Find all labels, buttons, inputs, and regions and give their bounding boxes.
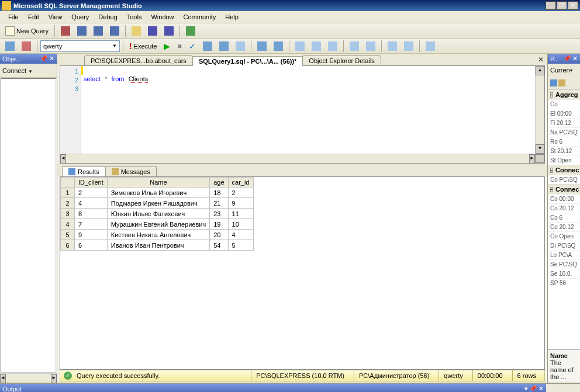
property-row[interactable]: Na PC\SQ	[548, 127, 580, 137]
menu-tools[interactable]: Tools	[122, 12, 147, 22]
pin-icon[interactable]: 📌	[40, 55, 48, 63]
activity-monitor-button[interactable]	[183, 25, 198, 37]
cell[interactable]: 20	[210, 230, 228, 240]
cell[interactable]: 19	[210, 219, 228, 230]
include-stats-button[interactable]	[271, 40, 286, 53]
menu-edit[interactable]: Edit	[23, 12, 44, 22]
property-row[interactable]: El 00:00	[548, 109, 580, 118]
menu-file[interactable]: File	[4, 12, 23, 22]
cell[interactable]: Юнкин Ильяс Фатихович	[107, 209, 209, 219]
column-header[interactable]: Name	[107, 178, 209, 188]
document-tab[interactable]: SQLQuery1.sql - PC\...\А... (56))*	[192, 56, 303, 66]
table-row[interactable]: 24Подмарев Иркен Ришадович219	[61, 198, 254, 209]
cell[interactable]: 9	[75, 230, 108, 240]
property-row[interactable]: Co 00:00	[548, 194, 580, 203]
cell[interactable]: 54	[210, 240, 228, 251]
new-query-button[interactable]: New Query	[2, 25, 51, 37]
row-header[interactable]: 5	[61, 230, 75, 240]
property-row[interactable]: Co	[548, 99, 580, 109]
cell[interactable]: Мурашкин Евгений Валериевич	[107, 219, 209, 230]
stop-button[interactable]: ■	[174, 40, 184, 53]
menu-query[interactable]: Query	[67, 12, 94, 22]
cell[interactable]: Кистяев Никита Ангелович	[107, 230, 209, 240]
outdent-button[interactable]	[401, 40, 416, 53]
intellisense-button[interactable]	[233, 40, 248, 53]
save-button[interactable]	[145, 25, 160, 37]
table-row[interactable]: 66Иванов Иван Пентрович545	[61, 240, 254, 251]
menu-help[interactable]: Help	[220, 12, 243, 22]
row-header[interactable]: 6	[61, 240, 75, 251]
properties-object-selector[interactable]: Curren▾	[548, 64, 580, 77]
results-file-button[interactable]	[325, 40, 340, 53]
categorized-icon[interactable]	[550, 79, 557, 86]
menu-community[interactable]: Community	[179, 12, 221, 22]
uncomment-button[interactable]	[363, 40, 378, 53]
property-row[interactable]: Co 6	[548, 213, 580, 222]
cell[interactable]: 5	[228, 240, 253, 251]
row-header[interactable]: 4	[61, 219, 75, 230]
results-text-button[interactable]	[292, 40, 308, 53]
property-row[interactable]: Co 20.12	[548, 222, 580, 231]
close-panel-icon[interactable]: ✕	[572, 55, 578, 63]
cell[interactable]: Иванов Иван Пентрович	[107, 240, 209, 251]
indent-button[interactable]	[385, 40, 400, 53]
cell[interactable]: 9	[228, 198, 253, 209]
property-group[interactable]: -Connec	[548, 184, 580, 194]
cell[interactable]: 7	[75, 219, 108, 230]
tab-close-button[interactable]: ✕	[538, 55, 544, 64]
cell[interactable]: 6	[75, 240, 108, 251]
table-row[interactable]: 38Юнкин Ильяс Фатихович2311	[61, 209, 254, 219]
menu-window[interactable]: Window	[146, 12, 178, 22]
results-tab[interactable]: Results	[62, 166, 106, 176]
connect-button[interactable]: Connect ▼	[2, 67, 33, 74]
horizontal-scrollbar[interactable]: ◄►	[0, 373, 57, 383]
analysis-mdx-button[interactable]	[74, 25, 89, 37]
close-button[interactable]: ✕	[568, 1, 578, 10]
cell[interactable]: 8	[75, 209, 108, 219]
column-header[interactable]: ID_client	[75, 178, 108, 188]
minimize-button[interactable]: _	[546, 1, 556, 10]
db-engine-query-button[interactable]	[58, 25, 73, 37]
cell[interactable]: 21	[210, 198, 228, 209]
change-connection-button[interactable]	[2, 40, 18, 53]
table-row[interactable]: 12Зименков Илья Игоревич182	[61, 188, 254, 198]
cell[interactable]: Подмарев Иркен Ришадович	[107, 198, 209, 209]
cell[interactable]: 4	[75, 198, 108, 209]
property-row[interactable]: Ro 6	[548, 137, 580, 146]
row-header[interactable]: 2	[61, 198, 75, 209]
query-options-button[interactable]	[216, 40, 232, 53]
property-row[interactable]: Lo PC\А	[548, 250, 580, 259]
close-panel-icon[interactable]: ✕	[49, 55, 54, 63]
column-header[interactable]: car_id	[228, 178, 253, 188]
table-row[interactable]: 47Мурашкин Евгений Валериевич1910	[61, 219, 254, 230]
open-button[interactable]	[129, 25, 144, 37]
property-row[interactable]: Co Open	[548, 231, 580, 241]
messages-tab[interactable]: Messages	[105, 166, 157, 176]
row-header[interactable]: 3	[61, 209, 75, 219]
cell[interactable]: Зименков Илья Игоревич	[107, 188, 209, 198]
analysis-dmx-button[interactable]	[91, 25, 106, 37]
cell[interactable]: 18	[210, 188, 228, 198]
alphabetical-icon[interactable]	[558, 79, 565, 86]
column-header[interactable]	[61, 178, 75, 188]
cell[interactable]: 2	[228, 188, 253, 198]
property-row[interactable]: Co PC\SQ	[548, 175, 580, 184]
disconnect-button[interactable]	[19, 40, 34, 53]
menu-view[interactable]: View	[44, 12, 67, 22]
property-row[interactable]: Di PC\SQ	[548, 241, 580, 250]
document-tab[interactable]: Object Explorer Details	[302, 55, 381, 65]
parse-button[interactable]: ✓	[186, 40, 199, 53]
code-area[interactable]: select * from Clients	[81, 66, 535, 154]
property-row[interactable]: Co 20.12	[548, 203, 580, 213]
include-plan-button[interactable]	[254, 40, 270, 53]
cell[interactable]: 2	[75, 188, 108, 198]
database-selector[interactable]: qwerty ▼	[40, 40, 120, 52]
property-row[interactable]: Fi 20.12	[548, 118, 580, 127]
debug-button[interactable]: ▶	[161, 40, 173, 53]
cell[interactable]: 11	[228, 209, 253, 219]
comment-button[interactable]	[347, 40, 362, 53]
close-panel-icon[interactable]: ✕	[538, 385, 544, 392]
pin-icon[interactable]: 📌	[529, 385, 537, 392]
cell[interactable]: 4	[228, 230, 253, 240]
property-group[interactable]: -Aggreg	[548, 89, 580, 99]
